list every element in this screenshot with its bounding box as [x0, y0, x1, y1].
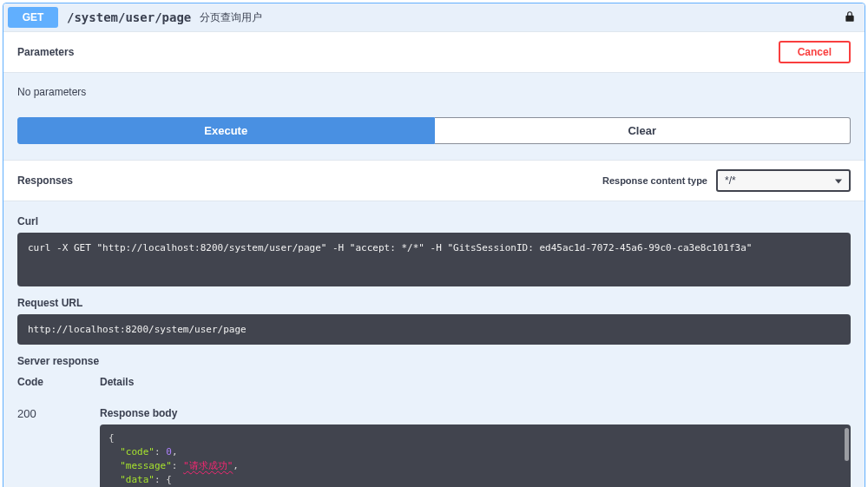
request-url-label: Request URL: [17, 297, 851, 309]
endpoint-summary: 分页查询用户: [200, 10, 262, 25]
execute-button[interactable]: Execute: [17, 117, 435, 144]
parameters-bar: Parameters Cancel: [3, 31, 865, 73]
responses-label: Responses: [17, 174, 73, 187]
content-type-label: Response content type: [602, 175, 707, 186]
endpoint-path: /system/user/page: [67, 10, 191, 24]
response-table: Code 200 Details Response body { "code":…: [17, 376, 851, 487]
no-parameters-text: No parameters: [17, 86, 851, 98]
curl-code[interactable]: curl -X GET "http://localhost:8200/syste…: [17, 233, 851, 286]
http-method-badge: GET: [8, 7, 58, 28]
clear-button[interactable]: Clear: [435, 117, 852, 144]
server-response-label: Server response: [17, 355, 851, 367]
operation-header[interactable]: GET /system/user/page 分页查询用户: [3, 3, 865, 31]
code-header: Code: [17, 376, 100, 398]
parameters-body: No parameters Execute Clear: [3, 73, 865, 160]
details-column: Details Response body { "code": 0, "mess…: [100, 376, 851, 487]
parameters-label: Parameters: [17, 46, 74, 58]
action-buttons: Execute Clear: [17, 117, 851, 144]
cancel-button[interactable]: Cancel: [779, 41, 851, 63]
content-type-select[interactable]: */*: [716, 169, 851, 192]
response-body-label: Response body: [100, 398, 851, 419]
curl-label: Curl: [17, 215, 851, 227]
responses-body: Curl curl -X GET "http://localhost:8200/…: [3, 201, 865, 487]
details-header: Details: [100, 376, 851, 398]
lock-icon[interactable]: [844, 10, 856, 25]
scrollbar[interactable]: [845, 428, 849, 461]
code-column: Code 200: [17, 376, 100, 487]
status-code: 200: [17, 398, 100, 420]
content-type-row: Response content type */*: [602, 169, 851, 192]
content-type-dropdown[interactable]: */*: [718, 171, 849, 190]
request-url-code[interactable]: http://localhost:8200/system/user/page: [17, 314, 851, 345]
response-body-json[interactable]: { "code": 0, "message": "请求成功", "data": …: [100, 424, 851, 487]
responses-bar: Responses Response content type */*: [3, 160, 865, 201]
operation-block: GET /system/user/page 分页查询用户 Parameters …: [3, 3, 865, 487]
